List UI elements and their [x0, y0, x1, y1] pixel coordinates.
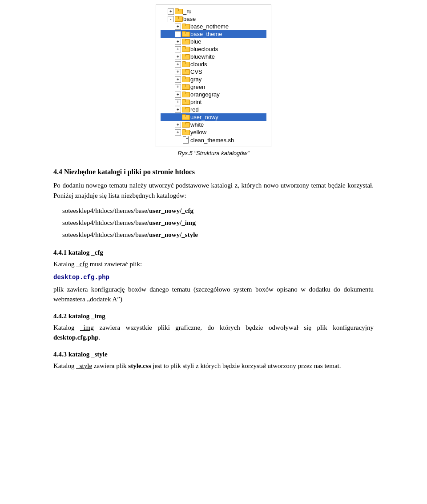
tree-item-green[interactable]: + green	[161, 83, 266, 91]
tree-expander[interactable]: +	[175, 76, 181, 83]
tree-item-base-theme[interactable]: + base_theme	[161, 30, 266, 38]
tree-item-label: yellow	[190, 129, 206, 136]
path-item-cfg: soteesklep4/htdocs/themes/base/user_nowy…	[62, 205, 374, 217]
file-tree: + _ru - base + base_notheme	[156, 4, 271, 147]
tree-expander[interactable]: +	[175, 69, 181, 75]
section-442-heading: 4.4.2 katalog _img	[53, 312, 374, 320]
section-44-intro: Po dodaniu nowego tematu należy utworzyć…	[53, 180, 374, 200]
folder-icon	[182, 54, 189, 60]
tree-expander[interactable]: +	[175, 61, 181, 68]
file-icon	[182, 136, 189, 144]
folder-icon	[175, 16, 182, 22]
tree-expander[interactable]: +	[175, 99, 181, 105]
folder-icon	[182, 84, 189, 90]
tree-item-cvs[interactable]: + CVS	[161, 68, 266, 76]
tree-expander[interactable]: +	[175, 92, 181, 98]
path-item-img: soteesklep4/htdocs/themes/base/user_nowy…	[62, 217, 374, 229]
section-441-description: plik zawiera konfigurację boxów danego t…	[53, 284, 374, 304]
path-bold-img: user_nowy/_img	[149, 219, 196, 226]
tree-expander[interactable]: +	[175, 122, 181, 128]
section-443-heading: 4.4.3 katalog _style	[53, 351, 374, 358]
folder-icon	[182, 69, 189, 75]
tree-item-label: base_theme	[190, 31, 222, 37]
desktop-cfg-bold: desktop.cfg.php	[53, 334, 99, 341]
folder-icon	[182, 46, 189, 52]
folder-icon	[182, 129, 189, 135]
tree-item-label: clean_themes.sh	[190, 137, 234, 144]
folder-icon	[182, 61, 189, 67]
tree-item-label: blueclouds	[190, 46, 218, 52]
tree-item-blue[interactable]: + blue	[161, 38, 266, 45]
tree-item-red[interactable]: + red	[161, 106, 266, 113]
tree-expander[interactable]: +	[175, 39, 181, 45]
tree-expander[interactable]: +	[168, 8, 174, 15]
tree-item-user-nowy[interactable]: user_nowy	[161, 113, 266, 121]
tree-item-label: white	[190, 121, 204, 128]
path-bold-cfg: user_nowy/_cfg	[149, 207, 193, 214]
tree-section: + _ru - base + base_notheme	[27, 0, 400, 168]
tree-item-label: red	[190, 106, 199, 113]
tree-item-ru[interactable]: + _ru	[161, 8, 266, 15]
tree-item-label: gray	[190, 76, 201, 83]
section-443-intro: Katalog _style zawiera plik style.css je…	[53, 361, 374, 371]
tree-expander[interactable]: +	[175, 84, 181, 90]
folder-icon	[182, 24, 189, 29]
folder-icon	[182, 122, 189, 128]
path-prefix: soteesklep4/htdocs/themes/base/	[62, 231, 149, 238]
tree-expander[interactable]: +	[175, 46, 181, 52]
img-link: _img	[80, 324, 94, 331]
folder-icon	[182, 92, 189, 97]
section-441-intro: Katalog _cfg musi zawierać plik:	[53, 259, 374, 269]
tree-item-orangegray[interactable]: + orangegray	[161, 91, 266, 98]
tree-item-label: orangegray	[190, 91, 220, 98]
tree-expander[interactable]: +	[175, 107, 181, 113]
tree-item-clean-themes[interactable]: clean_themes.sh	[161, 136, 266, 144]
path-prefix: soteesklep4/htdocs/themes/base/	[62, 219, 149, 226]
tree-expander[interactable]: +	[175, 31, 181, 37]
path-bold-style: user_nowy/_style	[149, 231, 198, 238]
folder-icon	[182, 31, 189, 37]
tree-expander[interactable]: +	[175, 54, 181, 60]
tree-item-label: blue	[190, 38, 201, 45]
tree-item-label: CVS	[190, 68, 202, 75]
folder-icon	[182, 107, 189, 112]
section-441-heading: 4.4.1 katalog _cfg	[53, 249, 374, 256]
figure-caption: Rys.5 "Struktura katalogów"	[156, 150, 271, 156]
caption-text: Rys.5 "Struktura katalogów"	[178, 150, 250, 156]
tree-item-gray[interactable]: + gray	[161, 76, 266, 83]
folder-icon	[182, 76, 189, 82]
style-css-bold: style.css	[128, 362, 151, 369]
tree-item-label: bluewhite	[190, 53, 215, 60]
tree-item-label: base_notheme	[190, 23, 229, 30]
tree-item-label: green	[190, 84, 205, 90]
tree-item-label: _ru	[183, 8, 192, 15]
tree-expander[interactable]: +	[175, 24, 181, 30]
tree-item-base[interactable]: - base	[161, 15, 266, 23]
main-content: 4.4 Niezbędne katalogi i pliki po stroni…	[27, 168, 400, 371]
style-link: _style	[76, 362, 92, 369]
folder-icon	[182, 39, 189, 44]
tree-item-base-notheme[interactable]: + base_notheme	[161, 23, 266, 30]
cfg-link: _cfg	[76, 260, 88, 268]
section-442-intro: Katalog _img zawiera wszystkie pliki gra…	[53, 323, 374, 343]
tree-item-label: print	[190, 99, 201, 105]
tree-item-print[interactable]: + print	[161, 98, 266, 106]
tree-item-label: base	[183, 16, 196, 22]
folder-icon	[182, 99, 189, 105]
folder-icon	[175, 8, 182, 14]
tree-item-yellow[interactable]: + yellow	[161, 128, 266, 136]
path-item-style: soteesklep4/htdocs/themes/base/user_nowy…	[62, 229, 374, 241]
folder-icon	[182, 114, 189, 120]
path-list: soteesklep4/htdocs/themes/base/user_nowy…	[62, 205, 374, 241]
path-prefix: soteesklep4/htdocs/themes/base/	[62, 207, 149, 214]
tree-item-label: user_nowy	[190, 114, 218, 120]
tree-item-blueclouds[interactable]: + blueclouds	[161, 45, 266, 53]
tree-item-label: clouds	[190, 61, 207, 68]
tree-expander[interactable]: +	[175, 129, 181, 136]
section-44-heading: 4.4 Niezbędne katalogi i pliki po stroni…	[53, 168, 374, 176]
tree-item-bluewhite[interactable]: + bluewhite	[161, 53, 266, 60]
tree-expander[interactable]: -	[168, 16, 174, 22]
section-441-code: desktop.cfg.php	[53, 274, 374, 281]
tree-item-clouds[interactable]: + clouds	[161, 60, 266, 68]
tree-item-white[interactable]: + white	[161, 121, 266, 128]
